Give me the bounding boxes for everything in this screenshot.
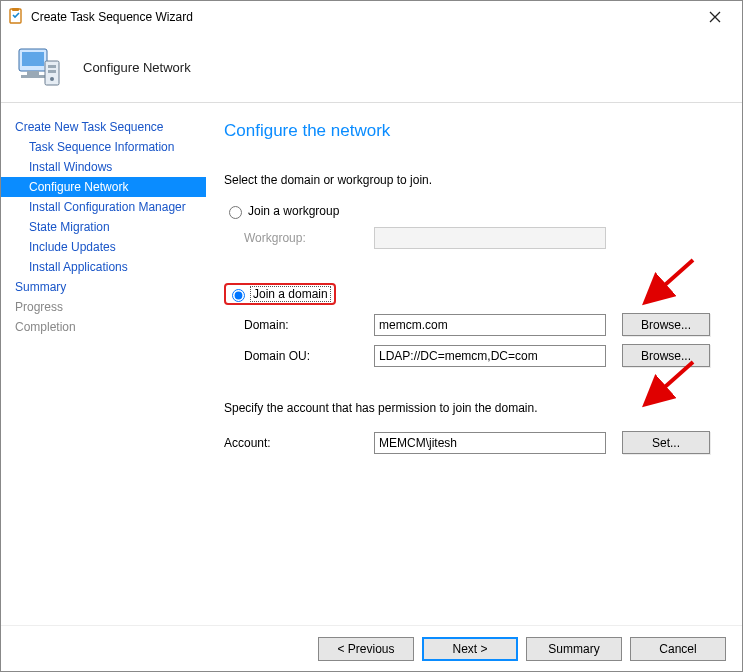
cancel-button[interactable]: Cancel: [630, 637, 726, 661]
workgroup-field-row: Workgroup:: [224, 227, 714, 249]
sidebar-item-install-apps[interactable]: Install Applications: [1, 257, 206, 277]
account-set-button[interactable]: Set...: [622, 431, 710, 454]
domain-ou-field-row: Domain OU: Browse...: [224, 344, 714, 367]
wizard-window: Create Task Sequence Wizard Configure Ne…: [0, 0, 743, 672]
sidebar-item-tsinfo[interactable]: Task Sequence Information: [1, 137, 206, 157]
svg-rect-3: [22, 52, 44, 66]
wizard-icon: [7, 8, 25, 26]
domain-ou-input[interactable]: [374, 345, 606, 367]
svg-rect-1: [12, 8, 19, 11]
page-header: Configure Network: [83, 60, 191, 75]
sidebar: Create New Task Sequence Task Sequence I…: [1, 103, 206, 625]
next-button[interactable]: Next >: [422, 637, 518, 661]
account-instruction: Specify the account that has permission …: [224, 401, 714, 415]
sidebar-item-include-updates[interactable]: Include Updates: [1, 237, 206, 257]
radio-workgroup-row: Join a workgroup: [224, 203, 714, 219]
workgroup-input: [374, 227, 606, 249]
radio-domain-highlight: Join a domain: [224, 283, 336, 305]
radio-workgroup-label[interactable]: Join a workgroup: [248, 204, 339, 218]
footer-buttons: < Previous Next > Summary Cancel: [1, 625, 742, 671]
domain-ou-browse-button[interactable]: Browse...: [622, 344, 710, 367]
header-band: Configure Network: [1, 33, 742, 103]
radio-domain-row: Join a domain: [224, 283, 714, 305]
domain-field-row: Domain: Browse...: [224, 313, 714, 336]
sidebar-item-progress: Progress: [1, 297, 206, 317]
svg-rect-7: [48, 65, 56, 68]
sidebar-group-create[interactable]: Create New Task Sequence: [1, 117, 206, 137]
svg-point-9: [50, 77, 54, 81]
workgroup-label: Workgroup:: [244, 231, 374, 245]
close-button[interactable]: [694, 3, 736, 31]
radio-domain-label[interactable]: Join a domain: [251, 287, 330, 301]
svg-rect-4: [27, 71, 39, 75]
sidebar-item-summary[interactable]: Summary: [1, 277, 206, 297]
sidebar-item-install-windows[interactable]: Install Windows: [1, 157, 206, 177]
window-title: Create Task Sequence Wizard: [31, 10, 694, 24]
previous-button[interactable]: < Previous: [318, 637, 414, 661]
svg-rect-5: [21, 75, 45, 78]
account-input: [374, 432, 606, 454]
sidebar-item-configure-network[interactable]: Configure Network: [1, 177, 206, 197]
content-pane: Configure the network Select the domain …: [206, 103, 742, 625]
svg-rect-8: [48, 70, 56, 73]
radio-domain[interactable]: [232, 289, 245, 302]
computer-icon: [15, 43, 65, 93]
domain-ou-label: Domain OU:: [244, 349, 374, 363]
sidebar-item-completion: Completion: [1, 317, 206, 337]
titlebar: Create Task Sequence Wizard: [1, 1, 742, 33]
sidebar-item-state-migration[interactable]: State Migration: [1, 217, 206, 237]
domain-input[interactable]: [374, 314, 606, 336]
content-title: Configure the network: [224, 121, 714, 141]
instruction-text: Select the domain or workgroup to join.: [224, 173, 714, 187]
summary-button[interactable]: Summary: [526, 637, 622, 661]
sidebar-item-install-cm[interactable]: Install Configuration Manager: [1, 197, 206, 217]
account-field-row: Account: Set...: [224, 431, 714, 454]
account-label: Account:: [224, 436, 374, 450]
domain-label: Domain:: [244, 318, 374, 332]
radio-workgroup[interactable]: [229, 206, 242, 219]
domain-browse-button[interactable]: Browse...: [622, 313, 710, 336]
